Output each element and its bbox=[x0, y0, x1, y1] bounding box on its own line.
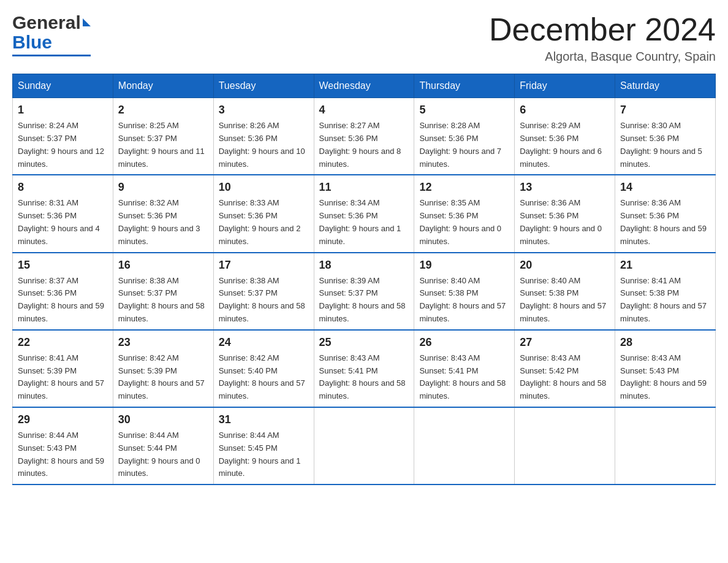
day-number: 1 bbox=[18, 102, 108, 118]
day-info: Sunrise: 8:42 AMSunset: 5:40 PMDaylight:… bbox=[219, 353, 305, 400]
week-row-4: 22 Sunrise: 8:41 AMSunset: 5:39 PMDaylig… bbox=[13, 330, 716, 407]
calendar-cell: 15 Sunrise: 8:37 AMSunset: 5:36 PMDaylig… bbox=[13, 253, 113, 330]
calendar-cell: 16 Sunrise: 8:38 AMSunset: 5:37 PMDaylig… bbox=[113, 253, 213, 330]
calendar-cell: 19 Sunrise: 8:40 AMSunset: 5:38 PMDaylig… bbox=[414, 253, 515, 330]
day-info: Sunrise: 8:43 AMSunset: 5:43 PMDaylight:… bbox=[620, 353, 707, 400]
day-number: 7 bbox=[620, 102, 710, 118]
day-number: 3 bbox=[219, 102, 309, 118]
day-info: Sunrise: 8:32 AMSunset: 5:36 PMDaylight:… bbox=[118, 198, 200, 245]
title-area: December 2024 Algorta, Basque Country, S… bbox=[489, 12, 716, 64]
logo-underline bbox=[12, 55, 91, 56]
subtitle: Algorta, Basque Country, Spain bbox=[489, 50, 716, 64]
calendar-cell: 9 Sunrise: 8:32 AMSunset: 5:36 PMDayligh… bbox=[113, 175, 213, 252]
calendar-cell: 11 Sunrise: 8:34 AMSunset: 5:36 PMDaylig… bbox=[314, 175, 414, 252]
calendar-cell bbox=[615, 407, 716, 484]
day-number: 9 bbox=[118, 179, 208, 196]
day-number: 28 bbox=[620, 334, 710, 351]
day-info: Sunrise: 8:44 AMSunset: 5:43 PMDaylight:… bbox=[18, 431, 104, 478]
day-info: Sunrise: 8:41 AMSunset: 5:38 PMDaylight:… bbox=[620, 276, 707, 323]
calendar-cell bbox=[314, 407, 414, 484]
day-info: Sunrise: 8:27 AMSunset: 5:36 PMDaylight:… bbox=[319, 121, 401, 168]
calendar-cell: 7 Sunrise: 8:30 AMSunset: 5:36 PMDayligh… bbox=[615, 98, 716, 175]
day-info: Sunrise: 8:44 AMSunset: 5:45 PMDaylight:… bbox=[219, 431, 301, 478]
col-thursday: Thursday bbox=[414, 74, 515, 98]
calendar-cell: 29 Sunrise: 8:44 AMSunset: 5:43 PMDaylig… bbox=[13, 407, 113, 484]
day-info: Sunrise: 8:43 AMSunset: 5:41 PMDaylight:… bbox=[419, 353, 506, 400]
day-info: Sunrise: 8:31 AMSunset: 5:36 PMDaylight:… bbox=[18, 198, 100, 245]
day-number: 22 bbox=[18, 334, 108, 351]
calendar-cell bbox=[515, 407, 615, 484]
day-number: 11 bbox=[319, 179, 409, 196]
calendar-cell: 8 Sunrise: 8:31 AMSunset: 5:36 PMDayligh… bbox=[13, 175, 113, 252]
day-number: 23 bbox=[118, 334, 208, 351]
calendar-cell: 4 Sunrise: 8:27 AMSunset: 5:36 PMDayligh… bbox=[314, 98, 414, 175]
calendar-cell: 14 Sunrise: 8:36 AMSunset: 5:36 PMDaylig… bbox=[615, 175, 716, 252]
calendar-cell: 10 Sunrise: 8:33 AMSunset: 5:36 PMDaylig… bbox=[213, 175, 314, 252]
calendar-cell: 2 Sunrise: 8:25 AMSunset: 5:37 PMDayligh… bbox=[113, 98, 213, 175]
day-info: Sunrise: 8:33 AMSunset: 5:36 PMDaylight:… bbox=[219, 198, 301, 245]
calendar-cell: 1 Sunrise: 8:24 AMSunset: 5:37 PMDayligh… bbox=[13, 98, 113, 175]
day-info: Sunrise: 8:38 AMSunset: 5:37 PMDaylight:… bbox=[219, 276, 305, 323]
day-number: 25 bbox=[319, 334, 409, 351]
calendar-cell: 18 Sunrise: 8:39 AMSunset: 5:37 PMDaylig… bbox=[314, 253, 414, 330]
main-title: December 2024 bbox=[489, 12, 716, 47]
day-info: Sunrise: 8:41 AMSunset: 5:39 PMDaylight:… bbox=[18, 353, 104, 400]
day-info: Sunrise: 8:28 AMSunset: 5:36 PMDaylight:… bbox=[419, 121, 501, 168]
week-row-5: 29 Sunrise: 8:44 AMSunset: 5:43 PMDaylig… bbox=[13, 407, 716, 484]
week-row-1: 1 Sunrise: 8:24 AMSunset: 5:37 PMDayligh… bbox=[13, 98, 716, 175]
week-row-3: 15 Sunrise: 8:37 AMSunset: 5:36 PMDaylig… bbox=[13, 253, 716, 330]
calendar-cell: 12 Sunrise: 8:35 AMSunset: 5:36 PMDaylig… bbox=[414, 175, 515, 252]
day-info: Sunrise: 8:43 AMSunset: 5:42 PMDaylight:… bbox=[520, 353, 606, 400]
day-number: 13 bbox=[520, 179, 610, 196]
day-number: 2 bbox=[118, 102, 208, 118]
day-number: 16 bbox=[118, 257, 208, 274]
logo-area: General Blue bbox=[12, 12, 91, 56]
calendar-cell: 22 Sunrise: 8:41 AMSunset: 5:39 PMDaylig… bbox=[13, 330, 113, 407]
day-number: 18 bbox=[319, 257, 409, 274]
calendar-cell: 25 Sunrise: 8:43 AMSunset: 5:41 PMDaylig… bbox=[314, 330, 414, 407]
day-number: 4 bbox=[319, 102, 409, 118]
day-info: Sunrise: 8:30 AMSunset: 5:36 PMDaylight:… bbox=[620, 121, 702, 168]
calendar-cell: 24 Sunrise: 8:42 AMSunset: 5:40 PMDaylig… bbox=[213, 330, 314, 407]
day-number: 15 bbox=[18, 257, 108, 274]
calendar-cell: 20 Sunrise: 8:40 AMSunset: 5:38 PMDaylig… bbox=[515, 253, 615, 330]
calendar-cell: 28 Sunrise: 8:43 AMSunset: 5:43 PMDaylig… bbox=[615, 330, 716, 407]
calendar-cell: 17 Sunrise: 8:38 AMSunset: 5:37 PMDaylig… bbox=[213, 253, 314, 330]
logo-flag-icon bbox=[83, 18, 91, 26]
day-info: Sunrise: 8:36 AMSunset: 5:36 PMDaylight:… bbox=[620, 198, 707, 245]
day-info: Sunrise: 8:29 AMSunset: 5:36 PMDaylight:… bbox=[520, 121, 602, 168]
col-monday: Monday bbox=[113, 74, 213, 98]
day-number: 17 bbox=[219, 257, 309, 274]
day-info: Sunrise: 8:43 AMSunset: 5:41 PMDaylight:… bbox=[319, 353, 406, 400]
col-saturday: Saturday bbox=[615, 74, 716, 98]
day-info: Sunrise: 8:25 AMSunset: 5:37 PMDaylight:… bbox=[118, 121, 205, 168]
calendar-cell bbox=[414, 407, 515, 484]
week-row-2: 8 Sunrise: 8:31 AMSunset: 5:36 PMDayligh… bbox=[13, 175, 716, 252]
day-number: 20 bbox=[520, 257, 610, 274]
day-number: 30 bbox=[118, 412, 208, 428]
calendar-cell: 23 Sunrise: 8:42 AMSunset: 5:39 PMDaylig… bbox=[113, 330, 213, 407]
day-info: Sunrise: 8:40 AMSunset: 5:38 PMDaylight:… bbox=[520, 276, 606, 323]
day-info: Sunrise: 8:39 AMSunset: 5:37 PMDaylight:… bbox=[319, 276, 406, 323]
col-friday: Friday bbox=[515, 74, 615, 98]
calendar-table: Sunday Monday Tuesday Wednesday Thursday… bbox=[12, 74, 716, 485]
day-number: 29 bbox=[18, 412, 108, 428]
calendar-cell: 6 Sunrise: 8:29 AMSunset: 5:36 PMDayligh… bbox=[515, 98, 615, 175]
day-number: 26 bbox=[419, 334, 509, 351]
col-sunday: Sunday bbox=[13, 74, 113, 98]
day-number: 12 bbox=[419, 179, 509, 196]
day-info: Sunrise: 8:26 AMSunset: 5:36 PMDaylight:… bbox=[219, 121, 305, 168]
logo-blue-text: Blue bbox=[12, 32, 52, 53]
day-number: 6 bbox=[520, 102, 610, 118]
calendar-cell: 5 Sunrise: 8:28 AMSunset: 5:36 PMDayligh… bbox=[414, 98, 515, 175]
day-number: 19 bbox=[419, 257, 509, 274]
day-info: Sunrise: 8:42 AMSunset: 5:39 PMDaylight:… bbox=[118, 353, 205, 400]
day-number: 27 bbox=[520, 334, 610, 351]
header: General Blue December 2024 Algorta, Basq… bbox=[12, 12, 716, 64]
day-info: Sunrise: 8:24 AMSunset: 5:37 PMDaylight:… bbox=[18, 121, 104, 168]
day-info: Sunrise: 8:37 AMSunset: 5:36 PMDaylight:… bbox=[18, 276, 104, 323]
day-number: 31 bbox=[219, 412, 309, 428]
calendar-cell: 21 Sunrise: 8:41 AMSunset: 5:38 PMDaylig… bbox=[615, 253, 716, 330]
day-number: 24 bbox=[219, 334, 309, 351]
day-number: 21 bbox=[620, 257, 710, 274]
